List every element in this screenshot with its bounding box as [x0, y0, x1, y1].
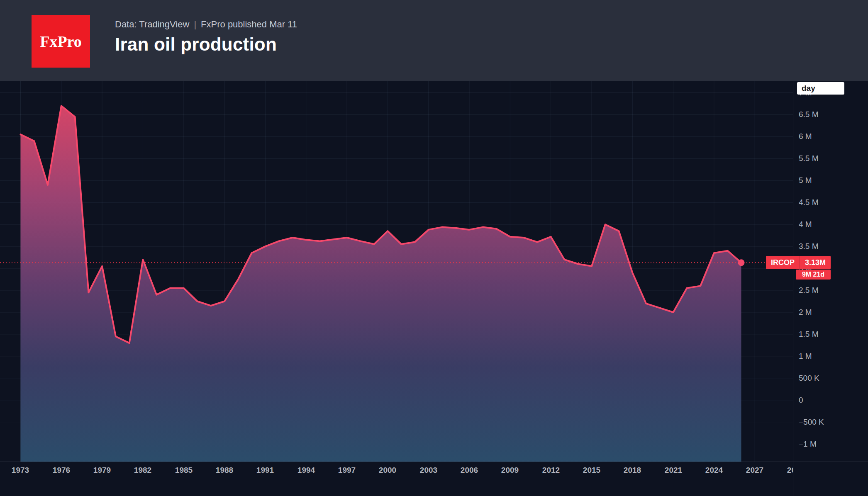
price-tick-label: 4 M — [799, 220, 812, 229]
source-published-label: FxPro published Mar 11 — [201, 19, 297, 29]
time-tick-label: 1994 — [290, 466, 323, 475]
source-data-label: Data: TradingView — [115, 19, 189, 29]
time-tick-label: 2021 — [657, 466, 690, 475]
chart-region: 1973197619791982198519881991199419972000… — [0, 81, 868, 496]
time-tick-label: 2015 — [575, 466, 608, 475]
last-price-row: IRCOP 3.13M — [766, 256, 831, 269]
price-tick-label: 3.5 M — [799, 242, 819, 251]
time-scale[interactable]: 1973197619791982198519881991199419972000… — [0, 462, 793, 496]
last-price-badge: IRCOP 3.13M 9M 21d — [766, 256, 831, 280]
time-tick-label: 2006 — [453, 466, 486, 475]
price-scale[interactable]: day 7 M6.5 M6 M5.5 M5 M4.5 M4 M3.5 M3 M2… — [793, 81, 868, 496]
time-tick-label: 1985 — [167, 466, 200, 475]
price-tick-label: −500 K — [799, 418, 824, 427]
price-tick-label: −1 M — [799, 440, 817, 449]
interval-button[interactable]: day — [797, 82, 844, 95]
price-tick-label: 4.5 M — [799, 198, 819, 207]
price-tick-label: 1.5 M — [799, 330, 819, 339]
page-title: Iran oil production — [115, 34, 277, 55]
last-price-value: 3.13M — [800, 256, 831, 269]
time-tick-label: 2000 — [371, 466, 404, 475]
price-tick-label: 6.5 M — [799, 110, 819, 119]
time-tick-label: 2012 — [534, 466, 568, 475]
time-tick-label: 2009 — [493, 466, 527, 475]
time-tick-label: 2027 — [738, 466, 771, 475]
price-tick-label: 1 M — [799, 352, 812, 361]
time-tick-label: 1973 — [4, 466, 37, 475]
time-tick-label: 1979 — [85, 466, 119, 475]
fxpro-logo: FxPro — [32, 15, 90, 68]
time-tick-label: 1988 — [208, 466, 241, 475]
time-tick-label: 2018 — [616, 466, 649, 475]
price-tick-label: 5 M — [799, 176, 812, 185]
trading-chart-app: FxPro Data: TradingView|FxPro published … — [0, 0, 868, 496]
price-tick-label: 2 M — [799, 308, 812, 317]
time-tick-label: 1976 — [45, 466, 78, 475]
price-tick-label: 2.5 M — [799, 286, 819, 295]
price-tick-label: 500 K — [799, 374, 819, 383]
header-bar: FxPro Data: TradingView|FxPro published … — [0, 0, 868, 81]
source-line: Data: TradingView|FxPro published Mar 11 — [115, 19, 297, 30]
price-tick-label: 5.5 M — [799, 154, 819, 163]
time-tick-label: 2003 — [412, 466, 445, 475]
price-chart-canvas[interactable] — [0, 81, 793, 462]
time-tick-label: 2024 — [697, 466, 731, 475]
time-tick-label: 1997 — [330, 466, 363, 475]
symbol-label: IRCOP — [766, 256, 800, 269]
price-tick-label: 0 — [799, 396, 803, 405]
fxpro-logo-text: FxPro — [40, 32, 82, 51]
time-tick-label: 1982 — [126, 466, 159, 475]
source-separator: | — [189, 19, 201, 29]
bar-countdown: 9M 21d — [796, 270, 831, 280]
time-tick-label: 1991 — [249, 466, 282, 475]
price-tick-label: 6 M — [799, 132, 812, 141]
time-tick-label: 2030 — [779, 466, 793, 475]
